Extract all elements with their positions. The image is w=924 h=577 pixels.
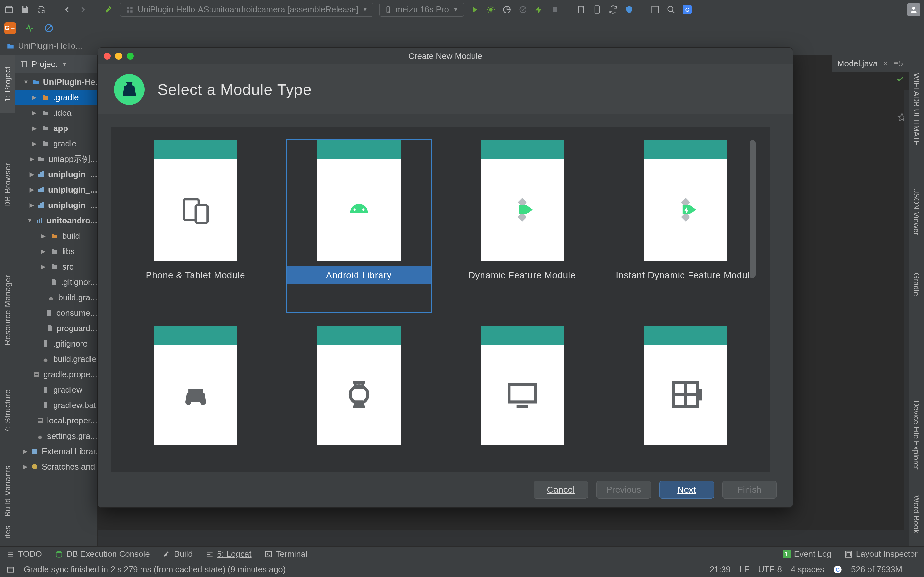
tree-item[interactable]: ▶External Librar...: [15, 444, 97, 459]
tree-item[interactable]: proguard...: [15, 321, 97, 336]
module-type-card[interactable]: Android Library: [287, 140, 431, 312]
tree-item[interactable]: consume...: [15, 305, 97, 321]
status-memory[interactable]: 526 of 7933M: [851, 564, 902, 574]
module-type-card[interactable]: Phone & Tablet Module: [124, 140, 268, 312]
apply-changes-icon[interactable]: [534, 5, 544, 15]
refresh-icon[interactable]: [36, 5, 46, 15]
close-tab-icon[interactable]: ×: [884, 60, 888, 68]
device-dropdown[interactable]: meizu 16s Pro ▼: [379, 3, 464, 17]
tree-item[interactable]: build.gra...: [15, 290, 97, 305]
toolwindow-tab-dbconsole[interactable]: DB Execution Console: [55, 549, 150, 559]
profile-icon[interactable]: [502, 5, 512, 15]
project-tree[interactable]: ▼UniPlugin-He...▶.gradle▶.idea▶app▶gradl…: [15, 73, 97, 546]
tree-item[interactable]: gradle.prope...: [15, 367, 97, 382]
editor-split-indicator[interactable]: ≡5: [893, 59, 903, 69]
cancel-button[interactable]: Cancel: [533, 481, 588, 499]
breadcrumb-root[interactable]: UniPlugin-Hello...: [18, 41, 82, 51]
tree-item[interactable]: ▶.idea: [15, 105, 97, 121]
hammer-icon[interactable]: [104, 5, 114, 15]
project-view-dropdown[interactable]: Project ▼: [15, 55, 97, 73]
tree-item[interactable]: gradlew.bat: [15, 398, 97, 413]
google-icon[interactable]: G: [833, 565, 842, 574]
forward-icon[interactable]: [78, 5, 88, 15]
toolwindow-tab-build[interactable]: Build: [163, 549, 193, 559]
statusbar-window-icon[interactable]: [6, 566, 15, 574]
tree-item[interactable]: ▶libs: [15, 243, 97, 259]
toolwindow-tab-favorites[interactable]: ites: [0, 517, 15, 546]
run-icon[interactable]: [470, 5, 480, 15]
next-button[interactable]: Next: [659, 481, 714, 499]
activity-icon[interactable]: [24, 23, 35, 34]
module-type-card[interactable]: Instant Dynamic Feature Module: [614, 140, 758, 312]
status-indent[interactable]: 4 spaces: [791, 564, 824, 574]
toolwindow-tab-db[interactable]: DB Browser: [0, 151, 15, 219]
close-window-icon[interactable]: [103, 53, 111, 60]
minimize-window-icon[interactable]: [115, 53, 122, 60]
editor-tab-bar: Model.java × ≡5: [832, 55, 909, 73]
tree-item[interactable]: ▶uniplugin_...: [15, 167, 97, 182]
tree-item[interactable]: .gitignor...: [15, 274, 97, 290]
module-grid-scrollbar[interactable]: [750, 140, 756, 278]
previous-button[interactable]: Previous: [596, 481, 651, 499]
tree-item[interactable]: ▶gradle: [15, 136, 97, 151]
finish-button[interactable]: Finish: [722, 481, 777, 499]
tree-item[interactable]: local.proper...: [15, 413, 97, 428]
tree-item[interactable]: ▶uniplugin_...: [15, 197, 97, 213]
open-icon[interactable]: [4, 5, 14, 15]
tree-item[interactable]: ▶app: [15, 121, 97, 136]
status-caret-position[interactable]: 21:39: [710, 564, 730, 574]
toolwindow-tab-terminal[interactable]: Terminal: [264, 549, 307, 559]
translate-icon[interactable]: G: [682, 5, 692, 15]
module-type-card[interactable]: [614, 326, 758, 472]
module-type-card[interactable]: Dynamic Feature Module: [450, 140, 594, 312]
back-icon[interactable]: [62, 5, 72, 15]
tree-item[interactable]: ▶uniplugin_...: [15, 182, 97, 197]
block-icon[interactable]: [43, 23, 55, 34]
tree-item[interactable]: ▶Scratches and ...: [15, 459, 97, 474]
module-type-card[interactable]: [450, 326, 594, 472]
tree-item[interactable]: ▶build: [15, 228, 97, 243]
save-icon[interactable]: [20, 5, 30, 15]
tree-item[interactable]: build.gradle: [15, 351, 97, 367]
tree-item[interactable]: gradlew: [15, 382, 97, 398]
avd-icon[interactable]: [576, 5, 586, 15]
toolwindow-tab-layoutinspector[interactable]: Layout Inspector: [845, 549, 918, 559]
toolwindow-tab-wordbook[interactable]: Word Book: [909, 482, 924, 546]
editor-tab[interactable]: Model.java: [837, 59, 878, 69]
run-config-dropdown[interactable]: UniPlugin-Hello-AS:unitoandroidcamera [a…: [120, 3, 373, 17]
zoom-window-icon[interactable]: [127, 53, 134, 60]
plugin-icon[interactable]: G→: [5, 23, 16, 34]
tree-item[interactable]: ▶uniapp示例...: [15, 151, 97, 167]
toolwindow-tab-project[interactable]: 1: Project: [0, 55, 15, 113]
toolwindow-tab-todo[interactable]: TODO: [6, 549, 42, 559]
toolwindow-tab-devicefile[interactable]: Device File Explorer: [909, 382, 924, 488]
coverage-icon[interactable]: [518, 5, 528, 15]
search-icon[interactable]: [666, 5, 676, 15]
account-avatar[interactable]: [907, 3, 920, 16]
toolwindow-tab-resource[interactable]: Resource Manager: [0, 260, 15, 359]
tree-item[interactable]: ▼unitoandro...: [15, 213, 97, 228]
sync-icon[interactable]: [608, 5, 618, 15]
toolwindow-tab-structure[interactable]: 7: Structure: [0, 376, 15, 446]
toolwindow-tab-gradle[interactable]: Gradle: [909, 260, 924, 308]
tree-item[interactable]: ▼UniPlugin-He...: [15, 74, 97, 90]
stop-icon[interactable]: [550, 5, 560, 15]
structure-view-icon[interactable]: [650, 5, 660, 15]
toolwindow-tab-logcat[interactable]: 6: Logcat: [206, 549, 252, 559]
tree-item[interactable]: .gitignore: [15, 336, 97, 351]
tree-item[interactable]: settings.gra...: [15, 428, 97, 444]
toolwindow-tab-json[interactable]: JSON Viewer: [909, 177, 924, 247]
status-encoding[interactable]: UTF-8: [758, 564, 782, 574]
status-line-separator[interactable]: LF: [740, 564, 749, 574]
tree-item[interactable]: ▶.gradle: [15, 90, 97, 105]
sdk-icon[interactable]: [592, 5, 602, 15]
svg-point-2: [489, 8, 493, 11]
editor-scrollbar[interactable]: [904, 90, 909, 546]
debug-icon[interactable]: [486, 5, 496, 15]
toolwindow-tab-eventlog[interactable]: 1Event Log: [782, 549, 832, 559]
tree-item[interactable]: ▶src: [15, 259, 97, 274]
modules-icon[interactable]: [624, 5, 634, 15]
module-type-card[interactable]: [124, 326, 268, 472]
module-type-card[interactable]: [287, 326, 431, 472]
toolwindow-tab-wifiadb[interactable]: WIFI ADB ULTIMATE: [909, 55, 924, 164]
